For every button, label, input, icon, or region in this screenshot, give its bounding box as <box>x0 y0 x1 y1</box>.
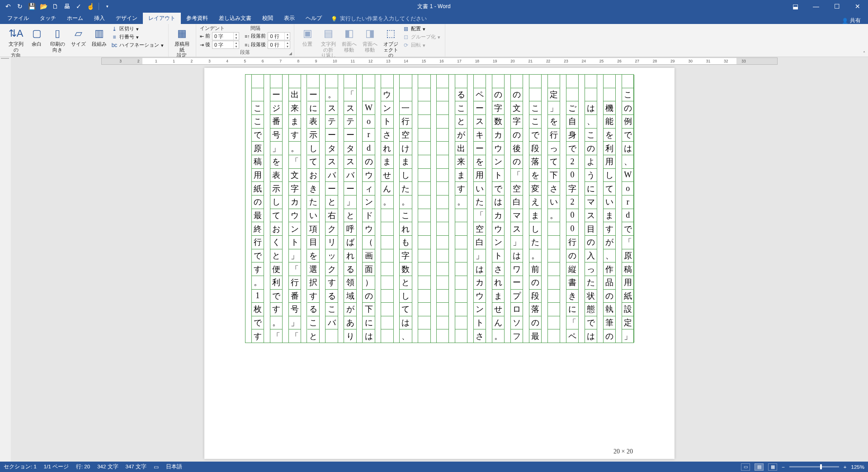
wrap-text-button[interactable]: ▤文字列の折 り返し <box>319 25 338 58</box>
maximize-button[interactable]: ☐ <box>826 0 847 13</box>
send-backward-button[interactable]: ◨背面へ 移動 <box>360 25 379 52</box>
new-doc-icon[interactable]: 🗋 <box>52 3 59 10</box>
genko-cell <box>455 316 467 330</box>
breaks-button[interactable]: ⤓区切り ▾ <box>110 25 165 33</box>
genko-gutter-cell <box>357 88 363 102</box>
tell-me-search[interactable]: 💡 実行したい作業を入力してください <box>327 14 430 24</box>
tab-references[interactable]: 参考資料 <box>181 13 213 24</box>
status-language[interactable]: 日本語 <box>166 463 182 470</box>
genko-gutter-cell <box>357 75 363 88</box>
view-print-layout-icon[interactable]: ▤ <box>755 463 764 471</box>
chevron-up-icon[interactable]: ▲ <box>285 41 290 45</box>
genko-gutter-cell <box>245 209 251 222</box>
tab-touch[interactable]: タッチ <box>34 13 61 24</box>
genko-cell: ー <box>270 88 282 102</box>
bring-forward-button[interactable]: ◧前面へ 移動 <box>340 25 359 52</box>
genko-gutter-cell <box>505 235 510 249</box>
zoom-in-button[interactable]: + <box>844 464 847 470</box>
position-button[interactable]: ▣位置 <box>298 25 317 47</box>
status-proofing-icon[interactable]: ▭ <box>154 464 159 470</box>
genko-gutter-cell <box>375 222 381 236</box>
orientation-button[interactable]: ▯印刷の 向き <box>48 25 67 52</box>
line-numbers-button[interactable]: ≡行番号 ▾ <box>110 33 165 41</box>
spelling-icon[interactable]: ✓ <box>75 3 82 10</box>
space-before-input[interactable]: 0 行▲▼ <box>268 32 290 40</box>
tab-mailings[interactable]: 差し込み文書 <box>213 13 257 24</box>
save-icon[interactable]: 💾 <box>28 3 35 10</box>
chevron-down-icon[interactable]: ▼ <box>234 45 239 48</box>
genko-gutter-cell <box>597 276 603 289</box>
tab-view[interactable]: 表示 <box>278 13 300 24</box>
genko-cell <box>418 169 430 182</box>
qat-customize-icon[interactable]: ▾ <box>104 3 111 10</box>
view-web-layout-icon[interactable]: ▦ <box>768 463 777 471</box>
size-button[interactable]: ▱サイズ <box>69 25 88 47</box>
genko-cell <box>437 262 448 276</box>
align-button[interactable]: ⊞配置 ▾ <box>402 25 441 33</box>
open-icon[interactable]: 📂 <box>40 3 47 10</box>
document-viewport[interactable]: この例では、Wordで「原稿用紙設定」機能を利用していますが、作品の執筆のは、こ… <box>11 65 868 462</box>
genko-gutter-cell <box>301 168 307 182</box>
chevron-up-icon[interactable]: ▲ <box>285 33 290 36</box>
horizontal-ruler[interactable]: 3211234567891011121314151617181920212223… <box>101 57 778 65</box>
tab-file[interactable]: ファイル <box>2 13 34 24</box>
share-button[interactable]: 👤 共有 <box>842 17 861 24</box>
genko-gutter-cell <box>505 128 510 142</box>
genko-gutter-cell <box>431 262 437 276</box>
genko-gutter-cell <box>357 222 363 236</box>
print-preview-icon[interactable]: 🖶 <box>63 3 71 10</box>
columns-button[interactable]: ▥段組み <box>90 25 108 47</box>
collapse-ribbon-icon[interactable]: ˄ <box>863 51 865 56</box>
view-read-mode-icon[interactable]: ▭ <box>741 463 750 471</box>
genko-gutter-column <box>486 75 492 343</box>
paragraph-launcher-icon[interactable]: ◢ <box>289 51 292 56</box>
chevron-down-icon[interactable]: ▼ <box>285 36 290 40</box>
chevron-down-icon[interactable]: ▼ <box>285 45 290 48</box>
chevron-up-icon[interactable]: ▲ <box>234 33 239 36</box>
genko-cell: ウ <box>381 88 393 102</box>
touch-mode-icon[interactable]: ☝ <box>87 3 94 10</box>
tab-design[interactable]: デザイン <box>110 13 143 24</box>
undo-icon[interactable]: ↶ <box>5 3 12 10</box>
genko-gutter-cell <box>597 289 603 303</box>
genko-gutter-cell <box>412 142 418 155</box>
space-after-icon: ≡↓ <box>245 42 250 48</box>
genko-gutter-cell <box>505 155 510 169</box>
zoom-level[interactable]: 125% <box>851 464 864 470</box>
close-button[interactable]: ✕ <box>847 0 868 13</box>
status-page[interactable]: 1/1 ページ <box>44 463 69 470</box>
chevron-up-icon[interactable]: ▲ <box>234 41 239 45</box>
vertical-ruler[interactable]: 1234567891011121314 <box>1 58 9 59</box>
tab-review[interactable]: 校閲 <box>257 13 278 24</box>
indent-left-input[interactable]: 0 字▲▼ <box>212 32 239 40</box>
hyphenation-button[interactable]: bcハイフネーション ▾ <box>110 42 165 49</box>
ruler-tick: 12 <box>368 59 373 63</box>
page: この例では、Wordで「原稿用紙設定」機能を利用していますが、作品の執筆のは、こ… <box>204 68 675 459</box>
tab-help[interactable]: ヘルプ <box>300 13 327 24</box>
status-words[interactable]: 342 文字 <box>97 463 118 470</box>
status-chars[interactable]: 347 文字 <box>126 463 146 470</box>
tab-home[interactable]: ホーム <box>61 13 89 24</box>
redo-icon[interactable]: ↻ <box>16 3 24 10</box>
status-section[interactable]: セクション: 1 <box>4 463 37 470</box>
text-direction-button[interactable]: ⇅A文字列の 方向 <box>6 25 25 58</box>
margins-button[interactable]: ▢余白 <box>27 25 46 47</box>
group-objects-button[interactable]: ⊡グループ化 ▾ <box>402 33 441 41</box>
rotate-button[interactable]: ⟳回転 ▾ <box>402 42 441 49</box>
tab-insert[interactable]: 挿入 <box>89 13 110 24</box>
status-line[interactable]: 行: 20 <box>76 463 90 470</box>
ribbon-display-icon[interactable]: ⬓ <box>785 0 806 13</box>
zoom-out-button[interactable]: − <box>782 464 785 470</box>
space-after-input[interactable]: 0 行▲▼ <box>268 41 290 49</box>
minimize-button[interactable]: — <box>806 0 826 13</box>
genko-cell: す <box>604 222 615 236</box>
genko-gutter-column <box>264 75 270 343</box>
ruler-tick: 2 <box>137 59 140 63</box>
genko-gutter-cell <box>560 316 566 329</box>
zoom-slider[interactable] <box>789 466 839 467</box>
genko-cell: こ <box>307 316 319 330</box>
tab-layout[interactable]: レイアウト <box>143 13 181 24</box>
indent-right-input[interactable]: 0 字▲▼ <box>212 41 239 49</box>
chevron-down-icon[interactable]: ▼ <box>234 36 239 40</box>
genko-settings-button[interactable]: ▦原稿用紙 設定 <box>172 25 191 58</box>
